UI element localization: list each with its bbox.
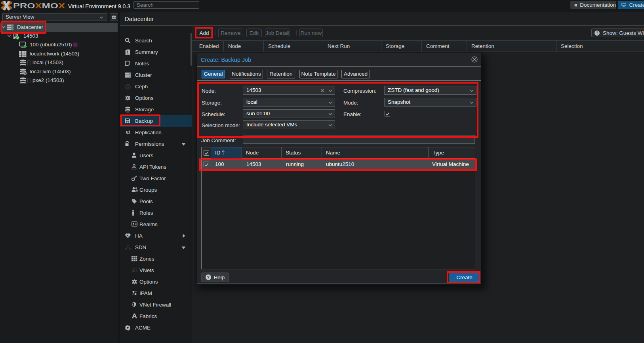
svg-text:?: ? (24, 72, 26, 75)
svg-text:PROXMOX: PROXMOX (13, 2, 65, 10)
